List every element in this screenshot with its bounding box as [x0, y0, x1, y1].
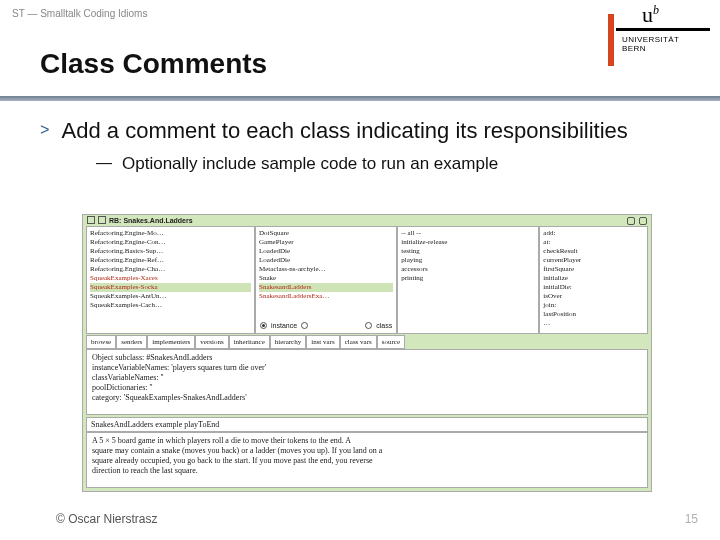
list-item[interactable]: checkResult: [543, 247, 644, 256]
list-item[interactable]: join:: [543, 301, 644, 310]
sub-text: Optionally include sample code to run an…: [122, 154, 498, 174]
list-item[interactable]: Refactoring.Engine-Ref…: [90, 256, 251, 265]
university-logo: ub UNIVERSITÄT BERN: [610, 0, 720, 70]
list-item[interactable]: Refactoring.Basics-Sup…: [90, 247, 251, 256]
list-item[interactable]: GamePlayer: [259, 238, 393, 247]
breadcrumb: ST — Smalltalk Coding Idioms: [12, 8, 147, 19]
tab-class-vars[interactable]: class vars: [340, 335, 377, 349]
code-line: Object subclass: #SnakesAndLadders: [92, 353, 642, 363]
list-item[interactable]: initialize: [543, 274, 644, 283]
list-item[interactable]: DotSquare: [259, 229, 393, 238]
code-line: poolDictionaries: '': [92, 383, 642, 393]
description-line: direction to reach the last square.: [92, 466, 642, 476]
list-item[interactable]: SqueakExamples-AntUn…: [90, 292, 251, 301]
bullet-text: Add a comment to each class indicating i…: [62, 118, 628, 144]
code-line: category: 'SqueakExamples-SnakesAndLadde…: [92, 393, 642, 403]
list-item[interactable]: SnakesandLadders: [259, 283, 393, 292]
list-item[interactable]: SnakesandLaddersExa…: [259, 292, 393, 301]
protocol-pane[interactable]: -- all --initialize-releasetestingplayin…: [397, 226, 539, 334]
list-item[interactable]: SqueakExamples-Cach…: [90, 301, 251, 310]
list-item[interactable]: Refactoring.Engine-Mo…: [90, 229, 251, 238]
browser-titlebar: RB: Snakes.And.Ladders: [83, 215, 651, 225]
bullet-marker: >: [40, 118, 50, 144]
description-pane[interactable]: A 5 × 5 board game in which players roll…: [86, 432, 648, 488]
logo-city: BERN: [622, 44, 646, 53]
list-item[interactable]: initialDie:: [543, 283, 644, 292]
code-pane[interactable]: Object subclass: #SnakesAndLadders insta…: [86, 349, 648, 415]
list-item[interactable]: add:: [543, 229, 644, 238]
tab-inst-vars[interactable]: inst vars: [306, 335, 340, 349]
list-item[interactable]: Refactoring.Engine-Con…: [90, 238, 251, 247]
bullet-sub: — Optionally include sample code to run …: [96, 154, 680, 174]
instance-class-switch[interactable]: instance class: [258, 319, 394, 332]
bullet-primary: > Add a comment to each class indicating…: [40, 118, 680, 144]
instance-label: instance: [271, 322, 297, 329]
method-pane[interactable]: add:at:checkResultcurrentPlayerfirstSqua…: [539, 226, 648, 334]
tab-inheritance[interactable]: inheritance: [229, 335, 270, 349]
tab-source[interactable]: source: [377, 335, 405, 349]
logo-divider: [616, 28, 710, 31]
smalltalk-browser-screenshot: RB: Snakes.And.Ladders Refactoring.Engin…: [82, 214, 652, 492]
description-line: square may contain a snake (moves you ba…: [92, 446, 642, 456]
page-title: Class Comments: [40, 48, 267, 80]
class-pane[interactable]: DotSquareGamePlayerLoadedDieLoadedDieMet…: [255, 226, 397, 334]
list-item[interactable]: …: [543, 319, 644, 328]
list-item[interactable]: testing: [401, 247, 535, 256]
code-line: classVariableNames: '': [92, 373, 642, 383]
logo-ub: ub: [642, 4, 659, 26]
tab-browse[interactable]: browse: [86, 335, 116, 349]
title-underline: [0, 96, 720, 101]
class-label: class: [376, 322, 392, 329]
list-item[interactable]: firstSquare: [543, 265, 644, 274]
list-item[interactable]: LoadedDie: [259, 256, 393, 265]
logo-accent-bar: [608, 14, 614, 66]
list-item[interactable]: at:: [543, 238, 644, 247]
list-item[interactable]: -- all --: [401, 229, 535, 238]
list-item[interactable]: Snake: [259, 274, 393, 283]
browser-tabs: browsesendersimplementersversionsinherit…: [86, 335, 648, 349]
tool-icon[interactable]: [627, 217, 635, 225]
list-item[interactable]: lastPosition: [543, 310, 644, 319]
logo-university: UNIVERSITÄT: [622, 35, 679, 44]
list-item[interactable]: Metaclass-ns-archyle…: [259, 265, 393, 274]
logo-u-letter: u: [642, 2, 653, 27]
unknown-radio[interactable]: [301, 322, 308, 329]
footer-page-number: 15: [685, 512, 698, 526]
footer-copyright: © Oscar Nierstrasz: [56, 512, 158, 526]
list-item[interactable]: initialize-release: [401, 238, 535, 247]
sub-marker: —: [96, 154, 112, 172]
category-pane[interactable]: Refactoring.Engine-Mo…Refactoring.Engine…: [86, 226, 255, 334]
code-line: instanceVariableNames: 'players squares …: [92, 363, 642, 373]
list-item[interactable]: playing: [401, 256, 535, 265]
list-item[interactable]: printing: [401, 274, 535, 283]
list-item[interactable]: accessors: [401, 265, 535, 274]
tab-hierarchy[interactable]: hierarchy: [270, 335, 306, 349]
tab-versions[interactable]: versions: [195, 335, 228, 349]
class-radio[interactable]: [365, 322, 372, 329]
tab-senders[interactable]: senders: [116, 335, 147, 349]
tool-icon[interactable]: [639, 217, 647, 225]
tab-implementers[interactable]: implementers: [147, 335, 195, 349]
description-line: A 5 × 5 board game in which players roll…: [92, 436, 642, 446]
list-item[interactable]: LoadedDie: [259, 247, 393, 256]
list-item[interactable]: Refactoring.Engine-Cha…: [90, 265, 251, 274]
list-item[interactable]: currentPlayer: [543, 256, 644, 265]
list-item[interactable]: SqueakExamples-Xaces: [90, 274, 251, 283]
list-item[interactable]: SqueakExamples-Socka: [90, 283, 251, 292]
list-item[interactable]: isOver: [543, 292, 644, 301]
description-line: square already occupied, you go back to …: [92, 456, 642, 466]
menu-icon[interactable]: [98, 216, 106, 224]
example-header: SnakesAndLadders example playToEnd: [86, 417, 648, 432]
close-icon[interactable]: [87, 216, 95, 224]
logo-b-sup: b: [653, 3, 659, 17]
browser-window-title: RB: Snakes.And.Ladders: [109, 217, 193, 224]
instance-radio[interactable]: [260, 322, 267, 329]
